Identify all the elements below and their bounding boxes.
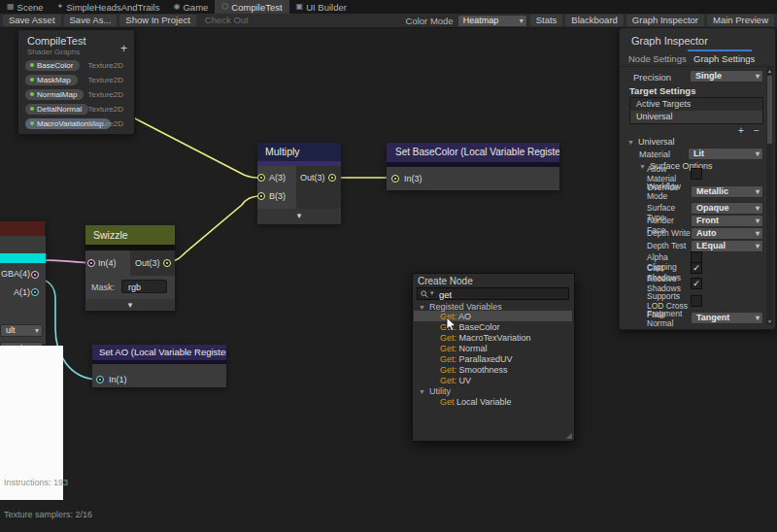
property-pill-maskmap[interactable]: MaskMap [25, 75, 78, 85]
blackboard-toggle-button[interactable]: Blackboard [565, 15, 624, 26]
property-row[interactable]: MaskMap Texture2D [25, 73, 129, 86]
property-type-dot [30, 92, 34, 96]
multiply-node[interactable]: Multiply A(3) B(3) Out(3) ▾ [257, 143, 341, 224]
port-a1[interactable] [31, 288, 39, 296]
receive-shadows-checkbox[interactable]: ✓ [691, 278, 702, 289]
node-preview-strip [0, 253, 46, 263]
group-registed-variables[interactable]: ▼Registed Variables [419, 302, 502, 312]
set-ao-node[interactable]: Set AO (Local Variable Register) In(1) [92, 345, 226, 387]
add-property-button[interactable]: + [120, 42, 127, 55]
node-header[interactable]: Set AO (Local Variable Register) [92, 345, 226, 360]
property-pill-normalmap[interactable]: NormalMap [25, 89, 84, 100]
depth-write-dropdown[interactable]: Auto [691, 227, 763, 240]
sample-type-dropdown[interactable]: ult [0, 324, 43, 337]
supports-lod-cross-fade-checkbox[interactable] [691, 295, 702, 307]
search-input-value[interactable]: get [439, 289, 452, 300]
port-swizzle-in[interactable] [87, 259, 95, 267]
item-get-smoothness[interactable]: Get: Smoothness [440, 365, 508, 375]
node-header[interactable]: Swizzle [85, 225, 175, 245]
tabs-divider [620, 66, 775, 67]
swizzle-node[interactable]: Swizzle In(4) Out(3) Mask: rgb ▾ [85, 225, 175, 311]
property-type-dot [30, 121, 34, 125]
universal-foldout[interactable]: ▼Universal [627, 137, 674, 147]
item-get-local-variable[interactable]: Get Local Variable [440, 397, 511, 407]
surface-type-dropdown[interactable]: Opaque [691, 202, 763, 215]
stats-toggle-button[interactable]: Stats [530, 15, 563, 26]
item-get-parallaxeduv[interactable]: Get: ParallaxedUV [440, 354, 513, 364]
workflow-mode-dropdown[interactable]: Metallic [691, 185, 763, 198]
main-preview-toggle-button[interactable]: Main Preview [707, 15, 774, 26]
item-get-normal[interactable]: Get: Normal [440, 344, 488, 353]
node-mask-row: Mask: rgb [85, 276, 175, 299]
color-mode-dropdown[interactable]: Heatmap [457, 15, 527, 27]
scroll-down-arrow-icon[interactable]: ▼ [767, 318, 772, 324]
wire-macrovariation-to-multiply-a[interactable] [131, 116, 260, 178]
allow-material-override-checkbox[interactable] [691, 168, 702, 180]
tab-simpleheadsandtrails[interactable]: ✦SimpleHeadsAndTrails [51, 0, 167, 14]
graph-inspector-panel: Graph Inspector Node Settings Graph Sett… [619, 27, 776, 330]
tab-ui-builder[interactable]: ▣UI Builder [289, 0, 354, 14]
cast-shadows-checkbox[interactable]: ✓ [691, 262, 702, 274]
resize-grip-icon[interactable]: ◢ [566, 431, 572, 440]
tab-game[interactable]: ◉Game [166, 0, 215, 14]
collapse-chevron[interactable]: ▾ [257, 209, 341, 224]
property-row[interactable]: NormalMap Texture2D [25, 87, 129, 101]
shader-stats-overlay: Instructions: 193 Texture samplers: 2/16… [4, 456, 92, 532]
port-label-b3: B(3) [269, 191, 286, 201]
property-pill-detialnormal[interactable]: DetialNormal [25, 104, 88, 115]
tab-scene[interactable]: ▦Scene [0, 0, 51, 14]
search-filter-caret-icon[interactable]: ▾ [430, 289, 434, 297]
port-multiply-out[interactable] [328, 174, 336, 182]
port-rgba4[interactable] [31, 271, 39, 279]
save-as-button[interactable]: Save As... [64, 15, 118, 26]
fragment-normal-space-dropdown[interactable]: Tangent [691, 312, 763, 324]
item-get-macrotexvariation[interactable]: Get: MacroTexVariation [440, 333, 530, 343]
save-asset-button[interactable]: Save Asset [3, 15, 61, 26]
item-name: MacroTexVariation [459, 333, 531, 343]
property-row[interactable]: BaseColor Texture2D [25, 58, 129, 72]
render-face-dropdown[interactable]: Front [691, 215, 763, 227]
wire-swizzle-out-to-multiply-b[interactable] [165, 196, 260, 263]
show-in-project-button[interactable]: Show In Project [119, 15, 196, 26]
remove-target-button[interactable]: − [754, 125, 760, 136]
add-target-button[interactable]: + [738, 125, 744, 136]
group-utility[interactable]: ▼Utility [419, 386, 451, 396]
port-multiply-b[interactable] [257, 192, 265, 200]
scroll-up-arrow-icon[interactable]: ▲ [767, 68, 772, 74]
scrollbar-thumb[interactable] [767, 76, 772, 144]
row-label: Depth Test [647, 242, 692, 251]
graph-inspector-toggle-button[interactable]: Graph Inspector [626, 15, 704, 26]
target-item-universal[interactable]: Universal [630, 111, 762, 123]
property-type-dot [30, 78, 34, 82]
inspector-scrollbar[interactable]: ▲ ▼ [766, 67, 773, 325]
item-get-uv[interactable]: Get: UV [440, 376, 471, 385]
port-multiply-a[interactable] [257, 174, 265, 182]
port-setbasecolor-in[interactable] [391, 175, 399, 183]
mask-input[interactable]: rgb [121, 280, 167, 293]
property-row[interactable]: DetialNormal Texture2D [25, 102, 129, 116]
node-header[interactable]: Set BaseColor (Local Variable Register) [387, 143, 559, 162]
collapse-chevron[interactable]: ▾ [85, 299, 175, 311]
material-dropdown[interactable]: Lit [688, 148, 763, 160]
item-name: Smoothness [459, 365, 508, 375]
item-name: AO [458, 312, 471, 321]
node-header[interactable]: Multiply [257, 143, 341, 161]
property-row[interactable]: MacroVariationMap Texture2D [25, 116, 129, 130]
property-pill-basecolor[interactable]: BaseColor [25, 60, 80, 71]
search-icon [421, 290, 428, 298]
property-name: MaskMap [37, 76, 71, 84]
node-header[interactable] [0, 221, 45, 236]
sample-texture-node-partial[interactable]: GBA(4) A(1) ult gent [0, 221, 46, 345]
tab-label: CompileTest [231, 2, 282, 13]
set-basecolor-node[interactable]: Set BaseColor (Local Variable Register) … [387, 143, 559, 190]
group-label: Utility [429, 386, 451, 396]
tab-graph-settings[interactable]: Graph Settings [693, 53, 755, 64]
tab-node-settings[interactable]: Node Settings [628, 53, 687, 64]
tab-compiletest[interactable]: ⬡CompileTest [215, 0, 288, 14]
search-field[interactable]: ▾ get [417, 287, 569, 300]
port-swizzle-out[interactable] [163, 259, 171, 267]
precision-dropdown[interactable]: Single [690, 70, 763, 83]
port-setao-in[interactable] [96, 376, 104, 383]
node-output-section: Out(3) [130, 250, 175, 276]
stats-line: Texture samplers: 2/16 [4, 510, 92, 520]
